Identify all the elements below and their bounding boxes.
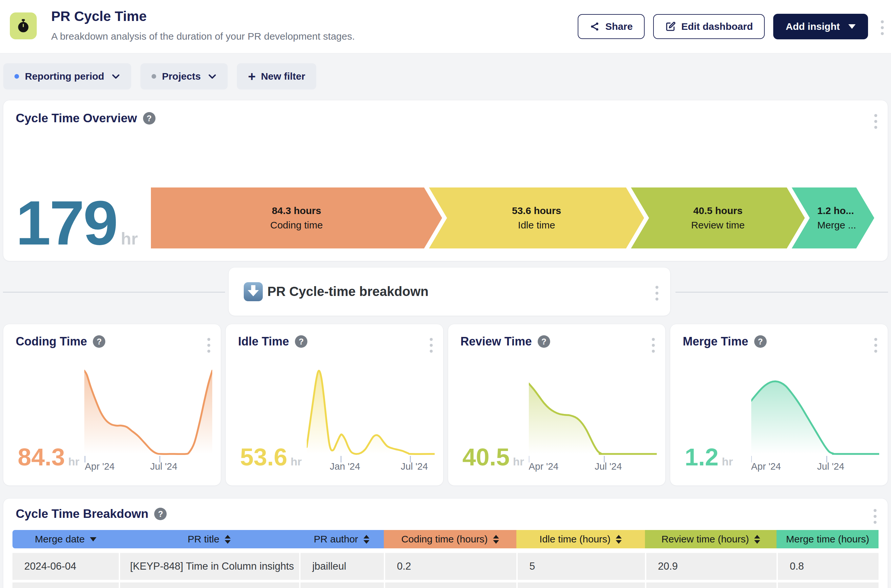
help-icon[interactable] bbox=[538, 335, 550, 348]
coding-time-value: 84.3 bbox=[18, 443, 65, 471]
sort-icon bbox=[754, 535, 760, 544]
column-label: PR author bbox=[314, 534, 358, 545]
total-cycle-time-value: 179 bbox=[16, 198, 117, 248]
table-row[interactable]: 2024-06-04 [KEYP-848] Time in Column ins… bbox=[12, 553, 879, 580]
merge-time-title: Merge Time bbox=[683, 334, 748, 348]
reporting-period-filter[interactable]: Reporting period bbox=[3, 63, 131, 90]
edit-dashboard-label: Edit dashboard bbox=[681, 21, 753, 32]
share-button[interactable]: Share bbox=[578, 14, 644, 39]
help-icon[interactable] bbox=[754, 335, 767, 348]
x-axis-label: Apr '24 bbox=[751, 461, 781, 472]
coding-time-card: Coding Time Apr '24Jul '24 84.3 hr bbox=[3, 324, 221, 486]
coding-time-title: Coding Time bbox=[16, 334, 87, 348]
pr-title-cell: [KEYP-848] Time in Column insights bbox=[119, 553, 299, 580]
page-subtitle: A breakdown analysis of the duration of … bbox=[51, 31, 355, 42]
header-more-options-icon[interactable] bbox=[879, 18, 886, 37]
chevron-down-icon bbox=[208, 74, 217, 80]
funnel-stage-idle[interactable]: 53.6 hours Idle time bbox=[429, 188, 644, 249]
idle-time-more-options-icon[interactable] bbox=[428, 336, 435, 355]
reporting-period-label: Reporting period bbox=[25, 71, 104, 82]
idle-time-value: 53.6 bbox=[240, 443, 287, 471]
table-title: Cycle Time Breakdown bbox=[16, 507, 148, 521]
breakdown-banner-title: PR Cycle-time breakdown bbox=[267, 284, 429, 299]
column-header-coding-time[interactable]: Coding time (hours) bbox=[384, 530, 516, 548]
x-axis-label: Jul '24 bbox=[150, 461, 177, 472]
stage-hours: 40.5 hours bbox=[693, 205, 742, 216]
column-label: Merge time (hours) bbox=[786, 534, 869, 545]
funnel-stage-review[interactable]: 40.5 hours Review time bbox=[631, 188, 805, 249]
header-actions: Share Edit dashboard Add insight bbox=[578, 14, 868, 39]
merge-time-card: Merge Time Apr '24Jul '24 1.2 hr bbox=[670, 324, 888, 486]
coding-time-more-options-icon[interactable] bbox=[205, 336, 212, 355]
pr-author-cell: jbailleul bbox=[299, 553, 384, 580]
cycle-time-breakdown-card: Cycle Time Breakdown Merge date PR title… bbox=[3, 498, 888, 588]
stage-label: Merge ... bbox=[817, 220, 856, 231]
stage-label: Review time bbox=[691, 220, 745, 231]
pr-cycle-time-breakdown-card: PR Cycle-time breakdown bbox=[228, 267, 671, 316]
overview-more-options-icon[interactable] bbox=[872, 112, 879, 131]
column-label: Idle time (hours) bbox=[539, 534, 611, 545]
x-axis-label: Jul '24 bbox=[817, 461, 844, 472]
active-filter-dot-icon bbox=[14, 74, 19, 79]
overview-content: 179 hr 84.3 hours Coding time 53.6 hours… bbox=[16, 188, 875, 249]
sort-icon bbox=[493, 535, 499, 544]
coding-time-cell: 0.2 bbox=[384, 553, 516, 580]
table-more-options-icon[interactable] bbox=[871, 507, 879, 526]
edit-icon bbox=[665, 21, 676, 32]
projects-filter[interactable]: Projects bbox=[140, 63, 228, 90]
edit-dashboard-button[interactable]: Edit dashboard bbox=[653, 14, 765, 39]
merge-time-cell: 0.8 bbox=[777, 553, 879, 580]
new-filter-button[interactable]: + New filter bbox=[237, 63, 316, 90]
merge-time-more-options-icon[interactable] bbox=[872, 336, 879, 355]
idle-time-card: Idle Time Jan '24Jul '24 53.6 hr bbox=[225, 324, 444, 486]
column-header-review-time[interactable]: Review time (hours) bbox=[645, 530, 777, 548]
coding-time-sparkline: Apr '24Jul '24 bbox=[84, 366, 212, 474]
total-cycle-time: 179 hr bbox=[16, 198, 151, 249]
stage-label: Idle time bbox=[518, 220, 555, 231]
share-icon bbox=[590, 21, 600, 32]
breakdown-banner-row: PR Cycle-time breakdown bbox=[3, 267, 888, 316]
help-icon[interactable] bbox=[93, 335, 105, 348]
banner-more-options-icon[interactable] bbox=[653, 284, 661, 303]
review-time-more-options-icon[interactable] bbox=[650, 336, 657, 355]
stage-hours: 84.3 hours bbox=[272, 205, 321, 216]
cycle-time-overview-card: Cycle Time Overview 179 hr 84.3 hours Co… bbox=[3, 100, 888, 261]
table-row-partial[interactable] bbox=[12, 582, 879, 588]
inactive-filter-dot-icon bbox=[152, 74, 156, 79]
sort-descending-icon bbox=[90, 537, 96, 542]
add-insight-button[interactable]: Add insight bbox=[773, 14, 868, 39]
funnel-stage-coding[interactable]: 84.3 hours Coding time bbox=[151, 188, 442, 249]
stage-label: Coding time bbox=[270, 220, 323, 231]
help-icon[interactable] bbox=[143, 112, 155, 124]
x-axis-label: Jul '24 bbox=[400, 461, 428, 472]
filter-bar: Reporting period Projects + New filter bbox=[3, 63, 891, 90]
coding-time-unit: hr bbox=[68, 455, 80, 468]
merge-date-cell: 2024-06-04 bbox=[12, 553, 119, 580]
column-label: Coding time (hours) bbox=[401, 534, 488, 545]
column-header-pr-author[interactable]: PR author bbox=[299, 530, 384, 548]
column-label: PR title bbox=[188, 534, 220, 545]
help-icon[interactable] bbox=[154, 508, 167, 520]
add-insight-label: Add insight bbox=[786, 21, 840, 32]
x-axis-label: Apr '24 bbox=[85, 461, 114, 472]
new-filter-label: New filter bbox=[261, 71, 305, 82]
help-icon[interactable] bbox=[295, 335, 307, 348]
down-arrow-emoji-icon bbox=[244, 282, 263, 301]
review-time-unit: hr bbox=[513, 455, 524, 468]
idle-time-sparkline: Jan '24Jul '24 bbox=[307, 366, 435, 474]
column-header-merge-time[interactable]: Merge time (hours) bbox=[777, 530, 879, 548]
sort-icon bbox=[225, 535, 230, 544]
merge-time-value: 1.2 bbox=[685, 443, 718, 471]
page-header: PR Cycle Time A breakdown analysis of th… bbox=[0, 0, 891, 53]
review-time-cell: 20.9 bbox=[645, 553, 777, 580]
column-header-idle-time[interactable]: Idle time (hours) bbox=[516, 530, 645, 548]
x-axis-label: Jan '24 bbox=[330, 461, 360, 472]
review-time-title: Review Time bbox=[461, 334, 532, 348]
column-header-merge-date[interactable]: Merge date bbox=[12, 530, 119, 548]
merge-time-sparkline: Apr '24Jul '24 bbox=[751, 366, 879, 474]
merge-time-unit: hr bbox=[722, 455, 733, 468]
cycle-time-funnel: 84.3 hours Coding time 53.6 hours Idle t… bbox=[151, 188, 875, 249]
x-axis-label: Jul '24 bbox=[595, 461, 622, 472]
stopwatch-icon bbox=[10, 12, 37, 39]
column-header-pr-title[interactable]: PR title bbox=[119, 530, 299, 548]
